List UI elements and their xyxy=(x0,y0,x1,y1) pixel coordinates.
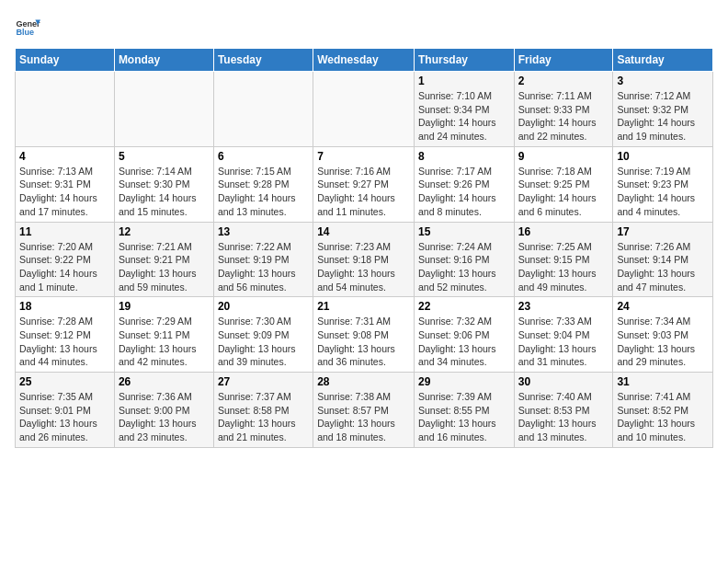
day-number: 1 xyxy=(418,75,510,87)
day-info: Sunrise: 7:28 AM Sunset: 9:12 PM Dayligh… xyxy=(19,315,110,369)
calendar-cell: 26Sunrise: 7:36 AM Sunset: 9:00 PM Dayli… xyxy=(114,373,213,448)
day-info: Sunrise: 7:11 AM Sunset: 9:33 PM Dayligh… xyxy=(518,89,609,144)
logo-icon: General Blue xyxy=(15,15,40,40)
day-info: Sunrise: 7:38 AM Sunset: 8:57 PM Dayligh… xyxy=(317,390,410,444)
calendar-cell: 20Sunrise: 7:30 AM Sunset: 9:09 PM Dayli… xyxy=(213,297,313,373)
day-info: Sunrise: 7:30 AM Sunset: 9:09 PM Dayligh… xyxy=(218,315,309,369)
day-number: 30 xyxy=(518,375,609,388)
day-info: Sunrise: 7:34 AM Sunset: 9:03 PM Dayligh… xyxy=(617,315,709,369)
day-number: 22 xyxy=(418,300,510,313)
calendar-cell: 1Sunrise: 7:10 AM Sunset: 9:34 PM Daylig… xyxy=(414,72,514,147)
day-number: 26 xyxy=(119,375,210,388)
calendar-week-5: 25Sunrise: 7:35 AM Sunset: 9:01 PM Dayli… xyxy=(16,373,713,448)
day-number: 14 xyxy=(317,225,410,238)
calendar-cell: 25Sunrise: 7:35 AM Sunset: 9:01 PM Dayli… xyxy=(16,373,115,448)
calendar-cell xyxy=(114,72,213,147)
day-info: Sunrise: 7:16 AM Sunset: 9:27 PM Dayligh… xyxy=(317,165,410,219)
day-number: 9 xyxy=(518,150,609,163)
calendar-week-4: 18Sunrise: 7:28 AM Sunset: 9:12 PM Dayli… xyxy=(16,297,713,373)
header-thursday: Thursday xyxy=(414,49,514,72)
calendar-cell: 12Sunrise: 7:21 AM Sunset: 9:21 PM Dayli… xyxy=(114,222,213,297)
day-info: Sunrise: 7:18 AM Sunset: 9:25 PM Dayligh… xyxy=(518,165,609,219)
day-info: Sunrise: 7:40 AM Sunset: 8:53 PM Dayligh… xyxy=(518,390,609,444)
day-number: 20 xyxy=(218,300,309,313)
day-info: Sunrise: 7:32 AM Sunset: 9:06 PM Dayligh… xyxy=(418,315,510,369)
day-number: 29 xyxy=(418,375,510,388)
day-info: Sunrise: 7:21 AM Sunset: 9:21 PM Dayligh… xyxy=(119,240,210,294)
calendar-cell: 5Sunrise: 7:14 AM Sunset: 9:30 PM Daylig… xyxy=(114,146,213,222)
header-friday: Friday xyxy=(514,49,613,72)
calendar-cell: 23Sunrise: 7:33 AM Sunset: 9:04 PM Dayli… xyxy=(514,297,613,373)
day-info: Sunrise: 7:24 AM Sunset: 9:16 PM Dayligh… xyxy=(418,240,510,294)
svg-text:Blue: Blue xyxy=(16,28,34,37)
calendar-cell: 22Sunrise: 7:32 AM Sunset: 9:06 PM Dayli… xyxy=(414,297,514,373)
day-info: Sunrise: 7:35 AM Sunset: 9:01 PM Dayligh… xyxy=(19,390,110,444)
calendar-cell xyxy=(213,72,313,147)
day-number: 24 xyxy=(617,300,709,313)
day-info: Sunrise: 7:15 AM Sunset: 9:28 PM Dayligh… xyxy=(218,165,309,219)
day-number: 6 xyxy=(218,150,309,163)
header-monday: Monday xyxy=(114,49,213,72)
day-info: Sunrise: 7:33 AM Sunset: 9:04 PM Dayligh… xyxy=(518,315,609,369)
day-number: 15 xyxy=(418,225,510,238)
day-number: 7 xyxy=(317,150,410,163)
calendar-cell: 17Sunrise: 7:26 AM Sunset: 9:14 PM Dayli… xyxy=(613,222,713,297)
day-info: Sunrise: 7:23 AM Sunset: 9:18 PM Dayligh… xyxy=(317,240,410,294)
calendar-cell: 27Sunrise: 7:37 AM Sunset: 8:58 PM Dayli… xyxy=(213,373,313,448)
calendar-cell: 28Sunrise: 7:38 AM Sunset: 8:57 PM Dayli… xyxy=(313,373,415,448)
calendar-cell: 9Sunrise: 7:18 AM Sunset: 9:25 PM Daylig… xyxy=(514,146,613,222)
calendar-cell: 8Sunrise: 7:17 AM Sunset: 9:26 PM Daylig… xyxy=(414,146,514,222)
calendar-cell: 29Sunrise: 7:39 AM Sunset: 8:55 PM Dayli… xyxy=(414,373,514,448)
calendar-week-2: 4Sunrise: 7:13 AM Sunset: 9:31 PM Daylig… xyxy=(16,146,713,222)
day-number: 8 xyxy=(418,150,510,163)
calendar-cell: 14Sunrise: 7:23 AM Sunset: 9:18 PM Dayli… xyxy=(313,222,415,297)
calendar-cell: 31Sunrise: 7:41 AM Sunset: 8:52 PM Dayli… xyxy=(613,373,713,448)
day-number: 27 xyxy=(218,375,309,388)
calendar-cell: 16Sunrise: 7:25 AM Sunset: 9:15 PM Dayli… xyxy=(514,222,613,297)
calendar-cell: 21Sunrise: 7:31 AM Sunset: 9:08 PM Dayli… xyxy=(313,297,415,373)
header: General Blue xyxy=(15,15,713,40)
logo: General Blue xyxy=(15,15,40,40)
header-wednesday: Wednesday xyxy=(313,49,415,72)
calendar-cell: 11Sunrise: 7:20 AM Sunset: 9:22 PM Dayli… xyxy=(16,222,115,297)
day-number: 28 xyxy=(317,375,410,388)
day-number: 23 xyxy=(518,300,609,313)
day-info: Sunrise: 7:13 AM Sunset: 9:31 PM Dayligh… xyxy=(19,165,110,219)
calendar-cell: 6Sunrise: 7:15 AM Sunset: 9:28 PM Daylig… xyxy=(213,146,313,222)
day-number: 17 xyxy=(617,225,709,238)
header-tuesday: Tuesday xyxy=(213,49,313,72)
day-number: 13 xyxy=(218,225,309,238)
day-number: 11 xyxy=(19,225,110,238)
calendar-cell: 15Sunrise: 7:24 AM Sunset: 9:16 PM Dayli… xyxy=(414,222,514,297)
day-number: 5 xyxy=(119,150,210,163)
day-info: Sunrise: 7:31 AM Sunset: 9:08 PM Dayligh… xyxy=(317,315,410,369)
calendar-week-3: 11Sunrise: 7:20 AM Sunset: 9:22 PM Dayli… xyxy=(16,222,713,297)
day-number: 16 xyxy=(518,225,609,238)
calendar-cell: 3Sunrise: 7:12 AM Sunset: 9:32 PM Daylig… xyxy=(613,72,713,147)
day-info: Sunrise: 7:14 AM Sunset: 9:30 PM Dayligh… xyxy=(119,165,210,219)
day-info: Sunrise: 7:20 AM Sunset: 9:22 PM Dayligh… xyxy=(19,240,110,294)
calendar-cell: 19Sunrise: 7:29 AM Sunset: 9:11 PM Dayli… xyxy=(114,297,213,373)
calendar-cell: 4Sunrise: 7:13 AM Sunset: 9:31 PM Daylig… xyxy=(16,146,115,222)
calendar-cell: 13Sunrise: 7:22 AM Sunset: 9:19 PM Dayli… xyxy=(213,222,313,297)
day-info: Sunrise: 7:36 AM Sunset: 9:00 PM Dayligh… xyxy=(119,390,210,444)
day-number: 10 xyxy=(617,150,709,163)
day-number: 18 xyxy=(19,300,110,313)
header-saturday: Saturday xyxy=(613,49,713,72)
day-info: Sunrise: 7:19 AM Sunset: 9:23 PM Dayligh… xyxy=(617,165,709,219)
day-number: 19 xyxy=(119,300,210,313)
header-sunday: Sunday xyxy=(16,49,115,72)
day-info: Sunrise: 7:17 AM Sunset: 9:26 PM Dayligh… xyxy=(418,165,510,219)
day-info: Sunrise: 7:10 AM Sunset: 9:34 PM Dayligh… xyxy=(418,89,510,144)
calendar-week-1: 1Sunrise: 7:10 AM Sunset: 9:34 PM Daylig… xyxy=(16,72,713,147)
calendar-cell: 30Sunrise: 7:40 AM Sunset: 8:53 PM Dayli… xyxy=(514,373,613,448)
calendar-header-row: SundayMondayTuesdayWednesdayThursdayFrid… xyxy=(16,49,713,72)
calendar-cell: 10Sunrise: 7:19 AM Sunset: 9:23 PM Dayli… xyxy=(613,146,713,222)
day-info: Sunrise: 7:22 AM Sunset: 9:19 PM Dayligh… xyxy=(218,240,309,294)
calendar-cell xyxy=(313,72,415,147)
calendar-cell: 24Sunrise: 7:34 AM Sunset: 9:03 PM Dayli… xyxy=(613,297,713,373)
day-number: 25 xyxy=(19,375,110,388)
calendar-cell: 2Sunrise: 7:11 AM Sunset: 9:33 PM Daylig… xyxy=(514,72,613,147)
day-info: Sunrise: 7:26 AM Sunset: 9:14 PM Dayligh… xyxy=(617,240,709,294)
calendar-cell xyxy=(16,72,115,147)
